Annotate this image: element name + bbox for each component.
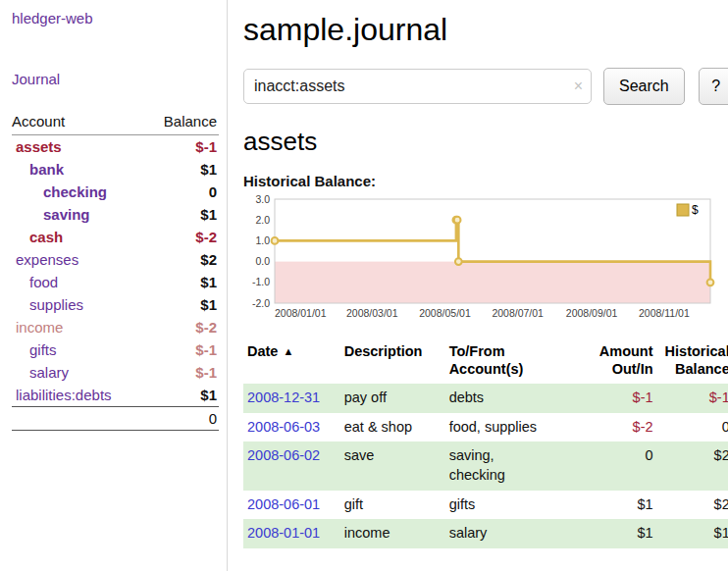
accounts-table: Account Balance assets$-1bank$1checking0… <box>12 110 219 431</box>
search-row: × Search ? <box>243 68 728 105</box>
register-row: 2008-01-01incomesalary$1$1 <box>243 519 728 548</box>
search-button[interactable]: Search <box>603 68 685 105</box>
account-row: assets$-1 <box>12 135 219 159</box>
y-axis-label: 1.0 <box>255 234 270 246</box>
register-header-description: Description <box>340 340 445 384</box>
account-row: saving$1 <box>12 203 219 226</box>
accounts-header-line2: Account(s) <box>449 360 581 378</box>
register-header-row: Date▲ Description To/From Account(s) Amo… <box>243 340 728 384</box>
total-spacer <box>12 407 145 431</box>
app-window: hledger-web Journal Account Balance asse… <box>0 0 728 571</box>
account-link-saving[interactable]: saving <box>43 206 90 223</box>
register-header-date[interactable]: Date▲ <box>243 340 340 384</box>
account-balance: $1 <box>145 271 219 293</box>
account-row: expenses$2 <box>12 248 219 271</box>
x-axis-label: 2008/05/01 <box>419 307 471 319</box>
help-button[interactable]: ? <box>699 68 728 105</box>
account-balance: $1 <box>145 384 219 407</box>
accounts-header-line1: To/From <box>449 342 581 360</box>
account-column-header[interactable]: Account <box>12 110 145 135</box>
historical-balance-chart[interactable]: 3.02.01.00.0-1.0-2.02008/01/012008/03/01… <box>243 195 728 329</box>
account-link-bank[interactable]: bank <box>29 161 64 178</box>
y-axis-label: 0.0 <box>255 255 270 267</box>
x-axis-label: 2008/07/01 <box>492 307 544 319</box>
date-header-label: Date <box>247 343 278 359</box>
account-balance: $-2 <box>145 226 219 248</box>
legend-swatch <box>677 204 689 216</box>
account-link-expenses[interactable]: expenses <box>16 251 78 268</box>
transaction-accounts: salary <box>445 519 585 548</box>
amount-header-line2: Out/In <box>589 360 653 378</box>
account-link-income[interactable]: income <box>16 319 63 336</box>
page-title: sample.journal <box>243 12 728 48</box>
clear-search-icon[interactable]: × <box>574 78 583 95</box>
account-row: checking0 <box>12 181 219 203</box>
account-row: food$1 <box>12 271 219 293</box>
account-heading: assets <box>243 127 728 157</box>
account-row: income$-2 <box>12 316 219 338</box>
x-axis-label: 2008/09/01 <box>566 307 618 319</box>
register-header-accounts: To/From Account(s) <box>445 340 585 384</box>
account-balance: $-1 <box>145 135 219 159</box>
transaction-description: pay off <box>340 384 445 413</box>
balance-column-header[interactable]: Balance <box>145 110 219 135</box>
sort-ascending-icon[interactable]: ▲ <box>283 345 293 357</box>
account-row: gifts$-1 <box>12 338 219 361</box>
register-row: 2008-06-03eat & shopfood, supplies$-20 <box>243 413 728 442</box>
chart-point[interactable] <box>272 237 279 244</box>
y-axis-label: 3.0 <box>255 195 270 205</box>
y-axis-label: 2.0 <box>255 214 270 226</box>
description-header-label: Description <box>344 343 423 359</box>
app-title-link[interactable]: hledger-web <box>12 10 93 26</box>
account-row: cash$-2 <box>12 226 219 248</box>
account-balance: $2 <box>145 248 219 271</box>
account-link-food[interactable]: food <box>29 274 58 290</box>
chart-point[interactable] <box>455 258 462 265</box>
x-axis-label: 2008/11/01 <box>639 307 690 319</box>
transaction-description: save <box>340 441 445 490</box>
transaction-accounts: saving, checking <box>445 441 585 490</box>
y-axis-label: -1.0 <box>252 276 270 287</box>
balance-header-line2: Balance <box>661 360 728 378</box>
y-axis-label: -2.0 <box>252 297 270 309</box>
search-input[interactable] <box>243 69 592 104</box>
transaction-balance: $1 <box>657 519 728 548</box>
account-balance: $1 <box>145 158 219 181</box>
transaction-date-link[interactable]: 2008-06-03 <box>247 419 320 435</box>
register-row: 2008-06-01giftgifts$1$2 <box>243 491 728 520</box>
total-balance: 0 <box>145 407 219 431</box>
account-link-salary[interactable]: salary <box>29 364 69 381</box>
account-row: supplies$1 <box>12 293 219 316</box>
transaction-description: income <box>340 519 445 548</box>
transaction-amount: $-2 <box>585 413 657 442</box>
search-box: × <box>243 69 592 104</box>
chart-point[interactable] <box>707 279 714 286</box>
transaction-description: gift <box>340 491 445 520</box>
account-balance: 0 <box>145 181 219 203</box>
transaction-balance: $2 <box>657 491 728 520</box>
transaction-description: eat & shop <box>340 413 445 442</box>
transaction-accounts: gifts <box>445 491 585 520</box>
register-header-balance: Historical Balance <box>657 340 728 384</box>
transaction-amount: 0 <box>585 441 657 490</box>
account-link-gifts[interactable]: gifts <box>29 341 57 358</box>
sidebar: hledger-web Journal Account Balance asse… <box>0 0 228 571</box>
register-row: 2008-06-02savesaving, checking0$2 <box>243 441 728 490</box>
account-link-assets[interactable]: assets <box>16 138 62 155</box>
transaction-date-link[interactable]: 2008-01-01 <box>247 525 320 541</box>
account-link-cash[interactable]: cash <box>29 229 63 245</box>
account-balance: $-1 <box>145 338 219 361</box>
account-link-supplies[interactable]: supplies <box>29 296 83 313</box>
transaction-balance: $2 <box>657 441 728 490</box>
transaction-date-link[interactable]: 2008-12-31 <box>247 389 320 405</box>
account-link-checking[interactable]: checking <box>43 183 107 200</box>
transaction-balance: $-1 <box>657 384 728 413</box>
account-balance: $1 <box>145 203 219 226</box>
register-header-amount: Amount Out/In <box>585 340 657 384</box>
transaction-date-link[interactable]: 2008-06-01 <box>247 496 320 512</box>
chart-point[interactable] <box>454 217 461 224</box>
journal-link[interactable]: Journal <box>12 71 60 87</box>
accounts-total-row: 0 <box>12 407 219 431</box>
transaction-date-link[interactable]: 2008-06-02 <box>247 447 320 463</box>
account-link-liabilities-debts[interactable]: liabilities:debts <box>16 387 112 403</box>
